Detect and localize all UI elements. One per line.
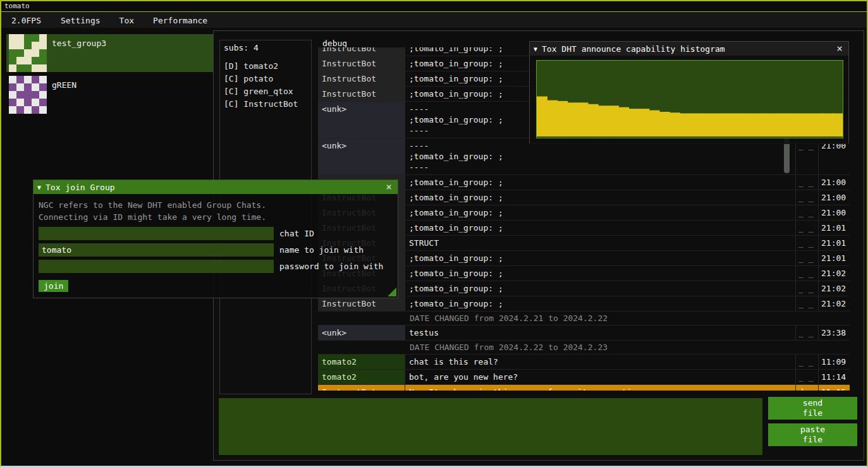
join-dialog-body: NGC refers to the New DHT enabled Group …	[34, 194, 398, 298]
message-sender: InstructBot	[318, 56, 405, 71]
paste-file-button[interactable]: paste file	[768, 423, 857, 446]
dht-histogram-window: ▼ Tox DHT announce capability histogram …	[529, 41, 849, 143]
message-time: 21:01	[818, 251, 850, 265]
message-time: 11:14	[818, 370, 850, 384]
group-name: gREEN	[52, 80, 76, 114]
member-potato[interactable]: [C] potato	[224, 73, 311, 85]
date-changed-text: DATE CHANGED from 2024.2.21 to 2024.2.22	[318, 312, 608, 325]
message-sender: InstructBot	[318, 47, 405, 56]
message-time: 21:02	[818, 281, 850, 296]
message-text: ;tomato_in_group: ;	[405, 296, 796, 311]
message-flags: _ _	[796, 205, 818, 220]
message-time: 21:02	[818, 296, 850, 311]
message-flags: _ _	[796, 281, 818, 296]
group-item-gREEN[interactable]: gREEN	[6, 76, 213, 114]
join-dialog-titlebar: ▼ Tox join Group ×	[34, 180, 398, 194]
message-time: 21:00	[818, 205, 850, 220]
join-button[interactable]: join	[39, 280, 68, 292]
close-icon[interactable]: ×	[834, 44, 845, 54]
message-time: 21:02	[818, 266, 850, 281]
join-password-input[interactable]	[39, 260, 274, 273]
message-flags: _ _	[796, 355, 818, 369]
join-name-row: name to join with	[39, 243, 393, 257]
join-group-dialog: ▼ Tox join Group × NGC refers to the New…	[33, 179, 398, 298]
group-avatar-icon	[9, 34, 47, 72]
message-flags: _ _	[796, 190, 818, 205]
message-sender: tomato2	[318, 370, 405, 384]
message-sender: InstructBot	[318, 71, 405, 86]
chat-id-label: chat ID	[279, 229, 314, 238]
message-text: testus	[405, 325, 796, 340]
histogram-body	[530, 56, 848, 144]
message-time: 21:00	[818, 175, 850, 190]
message-text: ;tomato_in_group: ;	[405, 266, 796, 281]
message-time: 11:15	[818, 385, 850, 391]
message-text: bot, are you new here?	[405, 370, 796, 384]
member-list: [D] tomato2[C] potato[C] green_qtox[C] I…	[224, 60, 311, 111]
chat-row[interactable]: InstructBotNo, I've been in this group f…	[318, 385, 850, 391]
message-input[interactable]	[219, 398, 762, 455]
join-fields: chat IDname to join withpassword to join…	[39, 227, 393, 273]
message-sender: <unk>	[318, 138, 405, 174]
group-name: test_group3	[52, 39, 106, 72]
tab-debug[interactable]: debug	[322, 39, 347, 48]
chat-id-row: chat ID	[39, 227, 393, 240]
menu-bar: 2.0FPS SettingsToxPerformance	[1, 13, 867, 28]
message-flags: _ _	[796, 221, 818, 235]
chat-id-input[interactable]	[39, 227, 274, 240]
message-flags: _ _	[796, 325, 818, 340]
message-sender: InstructBot	[318, 385, 405, 391]
join-dialog-title: Tox join Group	[46, 183, 384, 192]
join-password-row: password to join with	[39, 260, 393, 273]
collapse-arrow-icon[interactable]: ▼	[534, 45, 537, 52]
menu-items: SettingsToxPerformance	[55, 15, 221, 27]
member-InstructBot[interactable]: [C] InstructBot	[224, 98, 311, 111]
join-password-label: password to join with	[279, 262, 383, 271]
menu-item-tox[interactable]: Tox	[114, 15, 140, 27]
message-text: ;tomato_in_group: ;	[405, 190, 796, 205]
send-file-button[interactable]: send file	[768, 397, 857, 420]
member-green_qtox[interactable]: [C] green_qtox	[224, 85, 311, 98]
menu-item-performance[interactable]: Performance	[147, 15, 213, 27]
histogram-plot	[536, 60, 843, 138]
message-sender: InstructBot	[318, 296, 405, 311]
message-flags: _ _	[796, 236, 818, 250]
message-text: ;tomato_in_group: ;	[405, 205, 796, 220]
chat-row: DATE CHANGED from 2024.2.21 to 2024.2.22	[318, 312, 850, 325]
close-icon[interactable]: ×	[384, 182, 394, 192]
group-item-test_group3[interactable]: test_group3	[6, 34, 213, 72]
chat-row[interactable]: tomato2chat is this real?_ _11:09	[318, 355, 850, 370]
menu-item-settings[interactable]: Settings	[55, 15, 106, 27]
join-name-input[interactable]	[39, 243, 274, 257]
message-flags: _ _	[796, 296, 818, 311]
histogram-title: Tox DHT announce capability histogram	[542, 44, 834, 54]
message-time: 21:01	[818, 236, 850, 250]
chat-row: DATE CHANGED from 2024.2.22 to 2024.2.23	[318, 341, 850, 355]
message-text: STRUCT	[405, 236, 796, 250]
message-text: ;tomato_in_group: ;	[405, 251, 796, 265]
message-sender: <unk>	[318, 102, 405, 138]
chat-row[interactable]: tomato2bot, are you new here?_ _11:14	[318, 370, 850, 385]
message-time: 23:38	[818, 325, 850, 340]
message-time: 21:01	[818, 221, 850, 235]
message-flags: _ _	[796, 266, 818, 281]
message-flags: _ _	[796, 370, 818, 384]
message-sender: tomato2	[318, 355, 405, 369]
message-sender: <unk>	[318, 325, 405, 340]
date-changed-text: DATE CHANGED from 2024.2.22 to 2024.2.23	[318, 341, 608, 354]
message-flags: d	[796, 385, 818, 391]
fps-indicator: 2.0FPS	[6, 15, 46, 27]
member-tomato2[interactable]: [D] tomato2	[224, 60, 311, 73]
collapse-arrow-icon[interactable]: ▼	[37, 184, 41, 191]
histogram-titlebar: ▼ Tox DHT announce capability histogram …	[530, 42, 848, 56]
message-sender: InstructBot	[318, 87, 405, 101]
resize-grip[interactable]	[388, 288, 396, 296]
join-info-line-1: NGC refers to the New DHT enabled Group …	[39, 199, 393, 211]
chat-row[interactable]: <unk>testus_ _23:38	[318, 325, 850, 341]
message-time: 21:00	[818, 190, 850, 205]
message-text: ;tomato_in_group: ;	[405, 175, 796, 190]
message-text: chat is this real?	[405, 355, 796, 369]
message-flags: _ _	[796, 175, 818, 190]
chat-row[interactable]: InstructBot;tomato_in_group: ;_ _21:02	[318, 296, 850, 312]
join-name-label: name to join with	[279, 245, 364, 255]
